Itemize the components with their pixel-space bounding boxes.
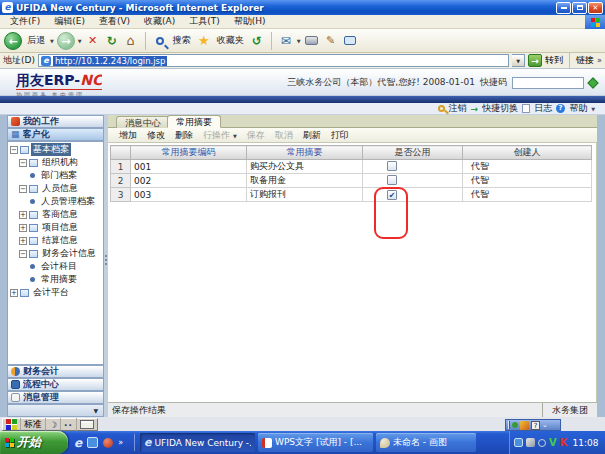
- tray-antivirus-icon[interactable]: V: [549, 437, 557, 448]
- mail-dropdown-icon[interactable]: ▼: [297, 38, 301, 44]
- quick-switch-link[interactable]: 快捷切换: [482, 102, 518, 115]
- go-icon[interactable]: →: [528, 54, 542, 67]
- tree-item-project-info[interactable]: +项目信息: [8, 221, 103, 234]
- add-button[interactable]: 增加: [114, 129, 142, 142]
- tray-clock[interactable]: 11:08: [573, 438, 599, 448]
- start-button[interactable]: 开始: [0, 431, 68, 454]
- quicklaunch-ie-icon[interactable]: e: [74, 436, 82, 450]
- print-grid-button[interactable]: 打印: [326, 129, 354, 142]
- tree-item-accounting-platform[interactable]: +会计平台: [8, 286, 103, 299]
- modify-button[interactable]: 修改: [142, 129, 170, 142]
- cell-code[interactable]: 001: [131, 160, 247, 174]
- tree-item-basic-archives[interactable]: −基本档案: [8, 143, 103, 156]
- menu-tools[interactable]: 工具(T): [182, 15, 227, 28]
- go-label[interactable]: 转到: [545, 54, 563, 67]
- favorites-button[interactable]: ★: [196, 32, 212, 50]
- cell-summary[interactable]: 订购报刊: [247, 188, 363, 202]
- tab-common-summary[interactable]: 常用摘要: [167, 115, 221, 128]
- menu-edit[interactable]: 编辑(E): [47, 15, 92, 28]
- panel-header-customization[interactable]: ▦ 客户化: [7, 128, 104, 141]
- table-row[interactable]: 3 003 订购报刊 ✔ 代智: [111, 188, 592, 202]
- langbar-help-icon[interactable]: ?: [531, 421, 540, 430]
- search-label[interactable]: 搜索: [171, 34, 193, 47]
- panel-collapse-strip[interactable]: ▼: [7, 404, 104, 417]
- back-button[interactable]: ←: [4, 32, 22, 50]
- history-button[interactable]: ↺: [249, 32, 265, 50]
- cell-summary[interactable]: 购买办公文具: [247, 160, 363, 174]
- panel-header-process-center[interactable]: 流程中心: [7, 378, 104, 391]
- ime-softkeyboard-button[interactable]: [77, 418, 97, 431]
- tray-kingsoft-icon[interactable]: K: [560, 437, 568, 448]
- cell-code[interactable]: 002: [131, 174, 247, 188]
- menu-view[interactable]: 查看(V): [92, 15, 137, 28]
- col-header-public[interactable]: 是否公用: [363, 146, 463, 160]
- links-label[interactable]: 链接: [576, 54, 594, 67]
- tree-item-dept-archives[interactable]: 部门档案: [8, 169, 103, 182]
- panel-header-my-work[interactable]: 我的工作: [7, 115, 104, 128]
- tree-item-common-summary[interactable]: 常用摘要: [8, 273, 103, 286]
- restore-button[interactable]: [572, 2, 587, 14]
- address-dropdown-icon[interactable]: ▼: [512, 54, 525, 67]
- log-link[interactable]: 日志: [534, 102, 552, 115]
- tab-message-center[interactable]: 消息中心: [116, 116, 170, 128]
- help-link[interactable]: 帮助: [569, 102, 587, 115]
- search-button[interactable]: [152, 32, 168, 50]
- langbar-grip-icon[interactable]: [508, 421, 510, 429]
- ime-mode-button[interactable]: 标准: [21, 418, 46, 431]
- table-row[interactable]: 1 001 购买办公文具 代智: [111, 160, 592, 174]
- back-dropdown-icon[interactable]: ▼: [50, 38, 54, 44]
- mail-button[interactable]: ✉: [278, 32, 294, 50]
- tray-icon-1[interactable]: [514, 438, 523, 447]
- stop-button[interactable]: ✕: [85, 32, 101, 50]
- cell-code[interactable]: 003: [131, 188, 247, 202]
- tree-item-finance-accounting-info[interactable]: −财务会计信息: [8, 247, 103, 260]
- tree-item-personnel-info[interactable]: −人员信息: [8, 182, 103, 195]
- refresh-grid-button[interactable]: 刷新: [298, 129, 326, 142]
- menu-favorites[interactable]: 收藏(A): [137, 15, 182, 28]
- discuss-button[interactable]: [342, 32, 358, 50]
- toggle-icon[interactable]: −: [19, 185, 27, 193]
- address-input[interactable]: e http://10.1.2.243/login.jsp: [38, 54, 509, 67]
- panel-header-finance[interactable]: 财务会计: [7, 365, 104, 378]
- close-button[interactable]: ✕: [588, 2, 603, 14]
- col-header-summary[interactable]: 常用摘要: [247, 146, 363, 160]
- back-label[interactable]: 后退: [25, 34, 47, 47]
- toggle-icon[interactable]: +: [19, 237, 27, 245]
- toggle-icon[interactable]: −: [19, 159, 27, 167]
- table-row[interactable]: 2 002 取备用金 代智: [111, 174, 592, 188]
- public-checkbox[interactable]: [387, 175, 397, 185]
- refresh-button[interactable]: ↻: [104, 32, 120, 50]
- toggle-icon[interactable]: −: [19, 250, 27, 258]
- task-button-ufida[interactable]: e UFIDA New Century -...: [140, 433, 255, 452]
- address-url[interactable]: http://10.1.2.243/login.jsp: [53, 56, 167, 66]
- cell-summary[interactable]: 取备用金: [247, 174, 363, 188]
- favorites-label[interactable]: 收藏夹: [215, 34, 246, 47]
- forward-button[interactable]: →: [57, 32, 75, 50]
- quicklaunch-desktop-icon[interactable]: [87, 437, 98, 448]
- links-chevron-icon[interactable]: »: [597, 56, 602, 65]
- ime-punctuation-button[interactable]: ··: [61, 418, 77, 431]
- tree-item-settlement-info[interactable]: +结算信息: [8, 234, 103, 247]
- ime-input-method-button[interactable]: [3, 418, 21, 431]
- langbar-ime-icon[interactable]: [520, 421, 529, 430]
- toggle-icon[interactable]: +: [19, 211, 27, 219]
- toggle-icon[interactable]: −: [10, 146, 18, 154]
- delete-button[interactable]: 删除: [170, 129, 198, 142]
- tree-item-accounting-subjects[interactable]: 会计科目: [8, 260, 103, 273]
- help-dropdown-icon[interactable]: ▼: [591, 106, 595, 112]
- forward-dropdown-icon[interactable]: ▼: [78, 38, 82, 44]
- tree-item-personnel-archives[interactable]: 人员管理档案: [8, 195, 103, 208]
- col-header-code[interactable]: 常用摘要编码: [131, 146, 247, 160]
- col-header-creator[interactable]: 创建人: [463, 146, 592, 160]
- quicklaunch-overflow-chevron-icon[interactable]: »: [118, 438, 123, 447]
- public-checkbox[interactable]: [387, 161, 397, 171]
- panel-header-message-mgmt[interactable]: 消息管理: [7, 391, 104, 404]
- ime-fullwidth-button[interactable]: ☽: [46, 418, 61, 431]
- tree-item-org-structure[interactable]: −组织机构: [8, 156, 103, 169]
- edit-button[interactable]: ✎: [323, 32, 339, 50]
- collapse-chevron-icon[interactable]: ▼: [93, 407, 98, 414]
- logout-link[interactable]: 注销: [449, 102, 467, 115]
- menu-file[interactable]: 文件(F): [3, 15, 47, 28]
- langbar-options-chevron-icon[interactable]: ⌄: [542, 421, 548, 429]
- toggle-icon[interactable]: +: [10, 289, 18, 297]
